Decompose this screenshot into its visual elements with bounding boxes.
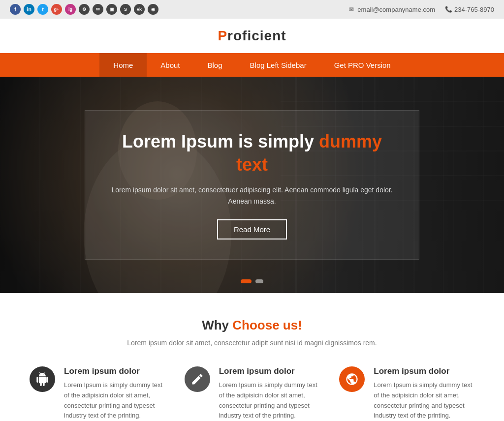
site-logo[interactable]: Proficient [218, 28, 286, 44]
feature-title-3: Lorem ipsum dolor [374, 366, 474, 376]
facebook-icon[interactable]: f [10, 4, 21, 15]
hero-title: Lorem Ipsum is simply dummy text [110, 130, 394, 177]
top-bar: f in t g+ ig ⚙ ✉ ▣ S vk ◉ ✉ email@compan… [0, 0, 504, 19]
slider-dot-2[interactable] [255, 279, 263, 283]
site-header: Proficient [0, 19, 504, 53]
feature-item-2: Lorem ipsum dolor Lorem Ipsum is simply … [185, 366, 320, 421]
googleplus-icon[interactable]: g+ [51, 4, 62, 15]
contact-info: ✉ email@companyname.com 📞 234-765-8970 [348, 6, 494, 13]
features-section: Why Choose us! Lorem ipsum dolor sit ame… [0, 293, 504, 421]
feature-title-2: Lorem ipsum dolor [219, 366, 320, 376]
feature-desc-1: Lorem Ipsum is simply dummy text of the … [64, 380, 165, 421]
android-icon [30, 366, 55, 392]
feature-item-3: Lorem ipsum dolor Lorem Ipsum is simply … [339, 366, 474, 421]
features-subtitle: Lorem ipsum dolor sit amet, consectetur … [30, 339, 474, 347]
feature-text-2: Lorem ipsum dolor Lorem Ipsum is simply … [219, 366, 320, 421]
pen-svg [190, 372, 204, 386]
hero-description: Lorem ipsum dolor sit amet, consectetuer… [110, 184, 394, 208]
email-icon: ✉ [348, 6, 355, 13]
bookmark-icon[interactable]: ▣ [106, 4, 117, 15]
feature-item-1: Lorem ipsum dolor Lorem Ipsum is simply … [30, 366, 165, 421]
mail-icon[interactable]: ✉ [93, 4, 103, 15]
vk-icon[interactable]: vk [134, 4, 145, 15]
linkedin-icon[interactable]: in [24, 4, 34, 15]
phone-contact: 📞 234-765-8970 [445, 6, 494, 13]
hero-content-box: Lorem Ipsum is simply dummy text Lorem i… [85, 110, 419, 260]
email-text: email@companyname.com [357, 6, 435, 13]
instagram-icon[interactable]: ig [65, 4, 76, 15]
lifebuoy-svg [345, 372, 359, 386]
feature-desc-2: Lorem Ipsum is simply dummy text of the … [219, 380, 320, 421]
nav-home[interactable]: Home [99, 53, 147, 77]
logo-rest: roficient [227, 28, 286, 43]
android-svg [35, 372, 49, 386]
features-title-normal: Why [202, 318, 229, 332]
feature-title-1: Lorem ipsum dolor [64, 366, 165, 376]
nav-about[interactable]: About [147, 53, 193, 77]
feature-text-3: Lorem ipsum dolor Lorem Ipsum is simply … [374, 366, 474, 421]
pen-icon [185, 366, 210, 392]
extra-icon[interactable]: ◉ [148, 4, 158, 15]
hero-slider: Lorem Ipsum is simply dummy text Lorem i… [0, 77, 504, 293]
features-title-orange: Choose us! [232, 318, 302, 332]
nav-blog[interactable]: Blog [194, 53, 236, 77]
lifebuoy-icon [339, 366, 365, 392]
logo-prefix: P [218, 28, 227, 43]
nav-blog-left-sidebar[interactable]: Blog Left Sidebar [236, 53, 320, 77]
phone-icon: 📞 [445, 6, 452, 13]
main-navigation: Home About Blog Blog Left Sidebar Get PR… [0, 53, 504, 77]
features-title: Why Choose us! [30, 318, 474, 333]
social-icons-group: f in t g+ ig ⚙ ✉ ▣ S vk ◉ [10, 4, 158, 15]
twitter-icon[interactable]: t [37, 4, 48, 15]
nav-get-pro[interactable]: Get PRO Version [320, 53, 405, 77]
slider-dots [241, 279, 263, 283]
feature-desc-3: Lorem Ipsum is simply dummy text of the … [374, 380, 474, 421]
skype-icon[interactable]: S [120, 4, 131, 15]
email-contact: ✉ email@companyname.com [348, 6, 435, 13]
read-more-button[interactable]: Read More [217, 219, 287, 240]
features-grid: Lorem ipsum dolor Lorem Ipsum is simply … [30, 366, 474, 421]
settings-icon[interactable]: ⚙ [79, 4, 90, 15]
feature-text-1: Lorem ipsum dolor Lorem Ipsum is simply … [64, 366, 165, 421]
slider-dot-1[interactable] [241, 279, 252, 283]
phone-text: 234-765-8970 [454, 6, 494, 13]
hero-title-normal: Lorem Ipsum is simply [122, 131, 314, 151]
